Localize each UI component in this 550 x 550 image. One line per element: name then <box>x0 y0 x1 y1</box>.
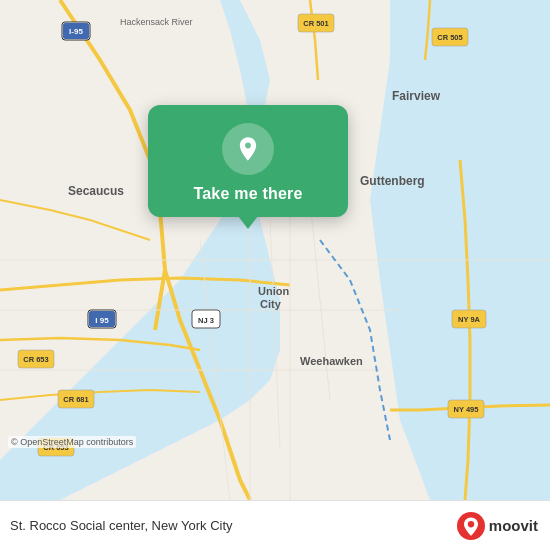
svg-text:I 95: I 95 <box>95 316 109 325</box>
svg-text:Guttenberg: Guttenberg <box>360 174 425 188</box>
svg-text:CR 501: CR 501 <box>303 19 328 28</box>
svg-text:CR 505: CR 505 <box>437 33 462 42</box>
location-label: St. Rocco Social center, New York City <box>10 518 233 533</box>
svg-text:Secaucus: Secaucus <box>68 184 124 198</box>
svg-text:Fairview: Fairview <box>392 89 441 103</box>
osm-credit: © OpenStreetMap contributors <box>8 436 136 448</box>
svg-text:CR 653: CR 653 <box>23 355 48 364</box>
location-pin-icon <box>234 135 262 163</box>
map-container: I-95 I 95 NJ 3 CR 501 CR 505 CR 653 CR 6… <box>0 0 550 500</box>
svg-point-41 <box>468 521 474 527</box>
take-me-there-button[interactable]: Take me there <box>193 185 302 203</box>
svg-text:NJ 3: NJ 3 <box>198 316 214 325</box>
map-background: I-95 I 95 NJ 3 CR 501 CR 505 CR 653 CR 6… <box>0 0 550 500</box>
bottom-bar: St. Rocco Social center, New York City m… <box>0 500 550 550</box>
moovit-logo: moovit <box>457 512 538 540</box>
svg-text:Hackensack River: Hackensack River <box>120 17 193 27</box>
svg-text:NY 495: NY 495 <box>454 405 479 414</box>
location-icon-container <box>222 123 274 175</box>
svg-text:Weehawken: Weehawken <box>300 355 363 367</box>
svg-text:I-95: I-95 <box>69 27 83 36</box>
moovit-brand-name: moovit <box>489 517 538 534</box>
svg-text:Union: Union <box>258 285 289 297</box>
svg-text:CR 681: CR 681 <box>63 395 88 404</box>
svg-text:City: City <box>260 298 282 310</box>
popup-card[interactable]: Take me there <box>148 105 348 217</box>
svg-text:NY 9A: NY 9A <box>458 315 481 324</box>
moovit-brand-icon <box>457 512 485 540</box>
